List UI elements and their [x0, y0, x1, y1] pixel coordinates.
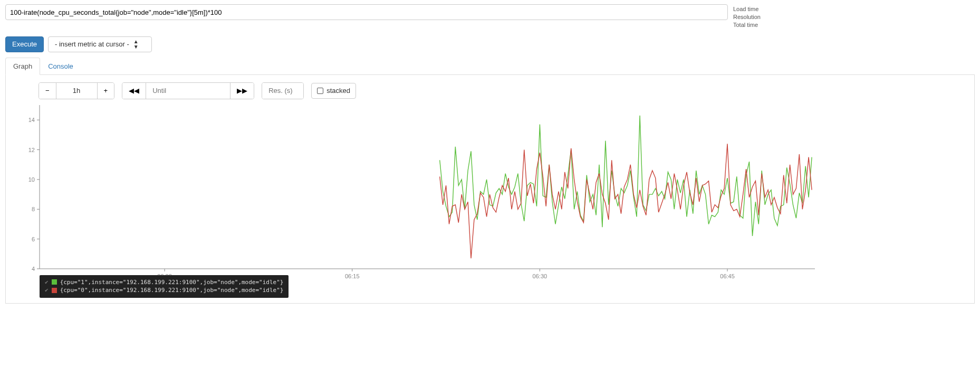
resolution-group [262, 82, 304, 99]
time-until-group: ◀◀ ▶▶ [122, 82, 254, 99]
svg-text:06:15: 06:15 [345, 273, 360, 279]
svg-text:06:30: 06:30 [533, 273, 547, 279]
range-increase-button[interactable]: + [97, 83, 114, 99]
svg-text:4: 4 [32, 266, 35, 272]
query-stats: Load time Resolution Total time [733, 4, 975, 29]
resolution-input[interactable] [262, 83, 303, 99]
insert-metric-label: - insert metric at cursor - [55, 40, 129, 48]
stacked-toggle[interactable]: stacked [311, 83, 356, 99]
tab-console[interactable]: Console [40, 58, 81, 75]
range-decrease-button[interactable]: − [39, 83, 56, 99]
legend-swatch-cpu1 [52, 279, 57, 285]
svg-text:14: 14 [28, 117, 35, 123]
select-updown-icon: ▲▼ [133, 39, 139, 50]
stacked-label: stacked [326, 87, 350, 95]
svg-text:12: 12 [28, 146, 35, 153]
time-back-button[interactable]: ◀◀ [122, 83, 146, 99]
timeseries-chart[interactable]: 46810121406:0006:1506:3006:45 [13, 102, 820, 298]
query-input[interactable] [5, 4, 728, 20]
legend-label-cpu0: {cpu="0",instance="192.168.199.221:9100"… [60, 286, 284, 294]
svg-text:8: 8 [32, 206, 35, 212]
svg-text:6: 6 [32, 236, 35, 242]
unchecked-box-icon [317, 88, 323, 94]
legend-swatch-cpu0 [52, 288, 57, 293]
execute-button[interactable]: Execute [5, 36, 44, 52]
stat-load-time: Load time [733, 5, 975, 13]
check-icon: ✔ [45, 278, 49, 286]
time-range-group: − 1h + [39, 82, 114, 99]
legend-item-cpu1[interactable]: ✔ {cpu="1",instance="192.168.199.221:910… [45, 278, 283, 286]
legend-item-cpu0[interactable]: ✔ {cpu="0",instance="192.168.199.221:910… [45, 286, 283, 294]
legend-label-cpu1: {cpu="1",instance="192.168.199.221:9100"… [60, 278, 284, 286]
svg-text:10: 10 [28, 176, 35, 182]
range-input[interactable]: 1h [56, 83, 97, 99]
stat-total-time: Total time [733, 21, 975, 29]
legend: ✔ {cpu="1",instance="192.168.199.221:910… [40, 275, 289, 298]
tab-graph[interactable]: Graph [5, 58, 40, 75]
stat-resolution: Resolution [733, 13, 975, 21]
insert-metric-select[interactable]: - insert metric at cursor - ▲▼ [48, 36, 152, 52]
time-forward-button[interactable]: ▶▶ [230, 83, 254, 99]
check-icon: ✔ [45, 286, 49, 294]
svg-text:06:45: 06:45 [720, 273, 735, 279]
until-input[interactable] [146, 83, 230, 99]
